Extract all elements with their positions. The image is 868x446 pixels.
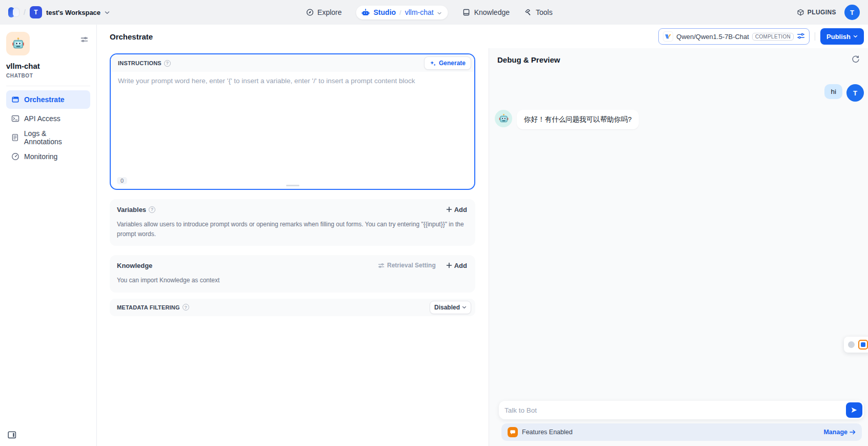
plugins-label: PLUGINS: [808, 9, 836, 16]
chat-message-bot: 你好！有什么问题我可以帮助你吗?: [495, 110, 864, 129]
vllm-logo: [663, 31, 673, 42]
help-icon: ?: [149, 206, 155, 213]
sidebar-item-orchestrate[interactable]: Orchestrate: [6, 90, 90, 109]
collapse-sidebar-icon[interactable]: [8, 431, 16, 440]
knowledge-title: Knowledge: [117, 262, 152, 269]
chevron-down-icon: [853, 35, 858, 38]
sidebar-item-api-access[interactable]: API Access: [6, 109, 90, 128]
nav-explore-label: Explore: [317, 8, 341, 16]
knowledge-header: Knowledge Retrieval Setting Add: [110, 255, 475, 276]
nav-studio-label: Studio: [374, 8, 396, 16]
sidebar-item-logs-annotations[interactable]: Logs & Annotations: [6, 128, 90, 147]
plus-icon: [446, 262, 452, 268]
app-window: / T test's Workspace Explore Studio / vl…: [0, 0, 868, 446]
add-variable-button[interactable]: Add: [443, 204, 470, 216]
sidebar-item-monitoring[interactable]: Monitoring: [6, 147, 90, 166]
plugins-button[interactable]: PLUGINS: [797, 9, 836, 16]
send-icon: [851, 406, 858, 414]
sidebar-item-label: Monitoring: [24, 152, 57, 161]
variables-card: Variables ? Add Variables allow users to…: [110, 199, 475, 246]
explore-icon: [306, 8, 314, 16]
variables-title: Variables ?: [117, 206, 155, 214]
metadata-filtering-title: METADATA FILTERING ?: [117, 304, 189, 311]
knowledge-card: Knowledge Retrieval Setting Add: [110, 255, 475, 293]
drag-dot-icon: [848, 341, 855, 348]
user-avatar[interactable]: T: [844, 5, 860, 20]
model-mode-badge: COMPLETION: [752, 33, 794, 41]
content-area: Orchestrate Qwen/Qwen1.5-7B-Chat COMPLET…: [97, 25, 868, 446]
sidebar-item-label: Logs & Annotations: [24, 129, 85, 146]
retrieval-setting-label: Retrieval Setting: [387, 262, 436, 269]
workspace-avatar: T: [30, 6, 42, 18]
workspace-name: test's Workspace: [46, 9, 100, 16]
add-variable-label: Add: [454, 206, 467, 214]
nav-knowledge-label: Knowledge: [474, 8, 510, 16]
restart-conversation-button[interactable]: [851, 54, 861, 65]
sidebar-app-name: vllm-chat: [6, 62, 90, 70]
chat-message-user: hi T: [495, 84, 864, 102]
robot-icon: [361, 8, 370, 17]
help-icon: ?: [164, 60, 171, 67]
instructions-editor-wrap: [111, 72, 474, 172]
breadcrumb-separator: /: [24, 8, 26, 16]
metadata-filtering-title-text: METADATA FILTERING: [117, 304, 180, 311]
sidebar-app-type: CHATBOT: [6, 73, 90, 79]
features-status: Features Enabled: [508, 427, 573, 437]
chat-message-list: hi T: [489, 71, 868, 401]
generate-label: Generate: [439, 60, 466, 67]
chevron-down-icon: [437, 8, 442, 16]
page-title: Orchestrate: [110, 32, 153, 41]
model-tune-icon[interactable]: [797, 32, 805, 42]
bot-chat-avatar: [495, 110, 512, 127]
metadata-filtering-dropdown[interactable]: Disabled: [430, 301, 471, 314]
gauge-icon: [11, 152, 19, 161]
instructions-footer: 0: [111, 172, 474, 189]
instructions-title: INSTRUCTIONS ?: [118, 60, 171, 67]
instructions-header: INSTRUCTIONS ? Generate: [111, 54, 474, 72]
plus-icon: [446, 206, 452, 212]
retrieval-setting-icon: [378, 262, 385, 269]
instructions-textarea[interactable]: [118, 77, 467, 172]
nav-knowledge[interactable]: Knowledge: [462, 8, 510, 16]
nav-studio-current[interactable]: Studio / vllm-chat: [356, 6, 448, 20]
chat-input[interactable]: [504, 406, 841, 414]
variables-title-text: Variables: [117, 206, 146, 214]
sidebar-item-label: API Access: [24, 114, 60, 123]
dify-logo: [8, 7, 19, 18]
debug-float-widget[interactable]: [844, 337, 868, 353]
nav-tools[interactable]: Tools: [524, 8, 553, 16]
model-selector[interactable]: Qwen/Qwen1.5-7B-Chat COMPLETION: [658, 28, 810, 45]
arrow-right-icon: [850, 430, 856, 435]
generate-button[interactable]: Generate: [424, 56, 471, 70]
robot-emoji-icon: [11, 37, 25, 51]
app-settings-icon[interactable]: [80, 36, 88, 45]
manage-features-link[interactable]: Manage: [823, 429, 856, 436]
restart-icon: [852, 55, 860, 64]
resize-handle[interactable]: [286, 185, 299, 186]
user-chat-avatar: T: [846, 84, 864, 102]
metadata-filtering-row: METADATA FILTERING ? Disabled: [110, 299, 475, 316]
debug-preview-panel: Debug & Preview hi T: [489, 48, 868, 446]
send-button[interactable]: [846, 402, 862, 418]
header-actions: Qwen/Qwen1.5-7B-Chat COMPLETION Publish: [658, 28, 864, 45]
chevron-down-icon: [462, 306, 467, 309]
publish-button[interactable]: Publish: [820, 28, 864, 45]
instructions-title-text: INSTRUCTIONS: [118, 60, 162, 66]
knowledge-description: You can import Knowledge as context: [110, 276, 475, 293]
nav-explore[interactable]: Explore: [306, 8, 341, 16]
app-sidebar: vllm-chat CHATBOT Orchestrate API Access…: [0, 25, 97, 446]
workspace-switcher[interactable]: / T test's Workspace: [8, 6, 110, 18]
char-count-badge: 0: [117, 177, 127, 184]
robot-emoji-icon: [498, 113, 509, 124]
document-list-icon: [11, 133, 19, 142]
features-label: Features Enabled: [522, 429, 573, 436]
retrieval-setting-button[interactable]: Retrieval Setting: [378, 262, 436, 269]
nav-separator: /: [399, 9, 401, 16]
terminal-icon: [11, 114, 19, 123]
main-nav: Explore Studio / vllm-chat Knowledge Too…: [306, 0, 553, 25]
package-icon: [797, 9, 804, 16]
model-name: Qwen/Qwen1.5-7B-Chat: [676, 33, 749, 41]
top-navigation-bar: / T test's Workspace Explore Studio / vl…: [0, 0, 868, 25]
add-knowledge-button[interactable]: Add: [443, 260, 470, 272]
orchestrate-config-panel: INSTRUCTIONS ? Generate 0: [97, 48, 489, 446]
